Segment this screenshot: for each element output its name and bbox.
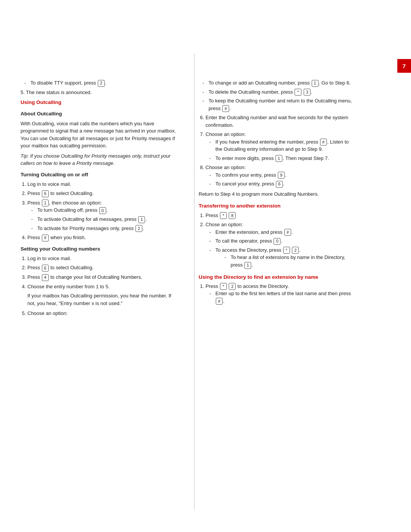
using-outcalling-heading: Using Outcalling: [21, 99, 177, 106]
transfer-step-2: Chose an option: Enter the extension, an…: [206, 221, 355, 268]
turning-step-4: Press # when you finish.: [27, 234, 177, 241]
key-9: 9: [278, 172, 285, 179]
transfer-nested-1: To hear a list of extensions by name in …: [225, 254, 355, 268]
key-hash-e: #: [216, 298, 223, 305]
key-2b: 2: [135, 225, 142, 232]
turning-sub-3: To activate for Priority messages only, …: [31, 225, 177, 232]
key-star-c: *: [283, 247, 290, 254]
step8-sub-2: To cancel your entry, press 6.: [209, 180, 355, 188]
transfer-sub-list: Enter the extension, and press #. To cal…: [209, 228, 355, 269]
key-2: 2: [98, 80, 105, 87]
key-8: 8: [229, 212, 236, 219]
page-container: 7 To disable TTY support, press 2. 5. Th…: [0, 0, 411, 532]
right-step-6: Enter the Outcalling number and wait fiv…: [206, 114, 355, 129]
setting-step-4-para: If your mailbox has Outcalling permissio…: [27, 292, 177, 307]
two-column-layout: To disable TTY support, press 2. 5. The …: [0, 79, 411, 320]
key-hash-b: #: [222, 105, 229, 112]
key-star-d: *: [220, 283, 227, 290]
choose-option-2: To delete the Outcalling number, press *…: [202, 88, 355, 96]
turning-heading: Turning Outcalling on or off: [21, 171, 177, 179]
turning-step-2: Press 6 to select Outcalling.: [27, 190, 177, 197]
directory-heading: Using the Directory to find an extension…: [199, 273, 355, 281]
key-hash: #: [42, 235, 49, 241]
key-6: 6: [42, 190, 49, 197]
step7-sub-list: If you have finished entering the number…: [209, 138, 355, 162]
directory-steps-list: Press * 2 to access the Directory. Enter…: [206, 283, 355, 305]
choose-option-list: To change or add an Outcalling number, p…: [202, 79, 355, 112]
key-1c: 1: [312, 80, 319, 87]
key-2c: 2: [292, 247, 299, 254]
step8-sub-1: To confirm your entry, press 9.: [209, 171, 355, 179]
key-1d: 1: [276, 155, 282, 162]
setting-steps-list: Log in to voice mail. Press 6 to select …: [27, 255, 177, 317]
transfer-sub-1: Enter the extension, and press #.: [209, 228, 355, 236]
key-2d: 2: [229, 283, 236, 290]
turning-sub-2: To activate Outcalling for all messages,…: [31, 216, 177, 223]
setting-heading: Setting your Outcalling numbers: [21, 245, 177, 253]
right-step-7: Choose an option: If you have finished e…: [206, 131, 355, 162]
tip-paragraph: Tip: If you choose Outcalling for Priori…: [21, 152, 177, 167]
right-step-8: Choose an option: To confirm your entry,…: [206, 164, 355, 188]
key-hash-d: #: [284, 229, 291, 236]
setting-step-4: Choose the entry number from 1 to 5. If …: [27, 283, 177, 307]
directory-sub-list: Enter up to the first ten letters of the…: [209, 290, 355, 305]
step7-sub-2: To enter more digits, press 1. Then repe…: [209, 155, 355, 162]
directory-sub-1: Enter up to the first ten letters of the…: [209, 290, 355, 305]
setting-step-2: Press 6 to select Outcalling.: [27, 264, 177, 272]
tip-italic-label: Tip:: [21, 153, 29, 159]
disable-tty-list: To disable TTY support, press 2.: [24, 79, 177, 87]
turning-step-3: Press 1, then choose an option: To turn …: [27, 199, 177, 232]
key-1: 1: [42, 200, 49, 206]
key-6b: 6: [42, 265, 49, 272]
directory-step-1: Press * 2 to access the Directory. Enter…: [206, 283, 355, 305]
key-1b: 1: [138, 216, 145, 223]
vertical-rule: [194, 53, 194, 509]
new-status-step: 5. The new status is announced.: [21, 89, 177, 96]
key-0: 0: [99, 207, 106, 214]
turning-sub-list: To turn Outcalling off, press 0. To acti…: [31, 206, 177, 232]
disable-tty-item: To disable TTY support, press 2.: [24, 79, 177, 87]
return-step4-para: Return to Step 4 to program more Outcall…: [199, 190, 355, 198]
transfer-step-1: Press * 8: [206, 212, 355, 219]
page-number-badge: 7: [397, 59, 411, 73]
setting-step-1: Log in to voice mail.: [27, 255, 177, 262]
transfer-sub-2: To call the operator, press 0.: [209, 237, 355, 245]
setting-step-5: Choose an option:: [27, 310, 177, 317]
key-4: 4: [42, 274, 49, 281]
key-hash-c: #: [320, 139, 327, 145]
about-outcalling-body: With Outcalling, voice mail calls the nu…: [21, 120, 177, 150]
step7-sub-1: If you have finished entering the number…: [209, 138, 355, 153]
key-1e: 1: [244, 262, 251, 269]
key-6c: 6: [276, 181, 283, 188]
choose-option-1: To change or add an Outcalling number, p…: [202, 79, 355, 87]
transfer-nested-list: To hear a list of extensions by name in …: [225, 254, 355, 268]
key-0b: 0: [274, 238, 280, 245]
turning-steps-list: Log in to voice mail. Press 6 to select …: [27, 181, 177, 241]
key-star-b: *: [220, 212, 227, 219]
turning-sub-1: To turn Outcalling off, press 0.: [31, 206, 177, 214]
key-star-a: *: [295, 89, 301, 96]
choose-option-3: To keep the Outcalling number and return…: [202, 97, 355, 112]
transfer-sub-3: To access the Directory, press * 2. To h…: [209, 246, 355, 269]
left-column: To disable TTY support, press 2. 5. The …: [21, 79, 188, 320]
transferring-heading: Transferring to another extension: [199, 202, 355, 210]
about-outcalling-heading: About Outcalling: [21, 110, 177, 118]
step8-sub-list: To confirm your entry, press 9. To cance…: [209, 171, 355, 188]
key-3: 3: [304, 89, 311, 96]
turning-step-1: Log in to voice mail.: [27, 181, 177, 188]
setting-step-3: Press 4 to change your list of Outcallin…: [27, 273, 177, 281]
right-column: To change or add an Outcalling number, p…: [188, 79, 355, 320]
transfer-steps-list: Press * 8 Chose an option: Enter the ext…: [206, 212, 355, 269]
right-steps-list: Enter the Outcalling number and wait fiv…: [206, 114, 355, 188]
